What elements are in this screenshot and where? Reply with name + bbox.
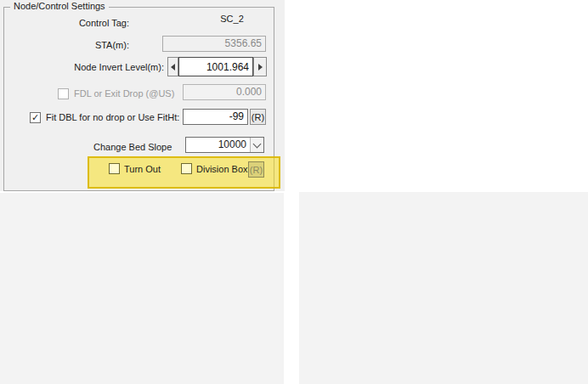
group-title: Node/Control Settings: [10, 1, 109, 11]
sta-field: 5356.65: [162, 36, 266, 52]
fdl-checkbox[interactable]: [58, 88, 69, 99]
control-tag-label: Control Tag:: [34, 18, 129, 28]
chevron-down-icon: [253, 139, 262, 148]
fitdbl-checkbox[interactable]: [30, 112, 41, 123]
arrow-right-icon: [258, 64, 263, 71]
fdl-label: FDL or Exit Drop (@US): [74, 88, 174, 99]
sta-label: STA(m):: [34, 40, 129, 50]
bed-slope-value: 10000: [186, 138, 250, 152]
division-r-button[interactable]: (R): [248, 161, 264, 178]
combo-dropdown-button[interactable]: [250, 138, 263, 152]
xsection-panel-right: View FUS/DS XSection Save X XSEC -4-3-2-…: [299, 192, 588, 384]
bed-slope-combo[interactable]: 10000: [185, 137, 264, 153]
bed-slope-label: Change Bed Slope: [93, 142, 172, 152]
division-checkbox[interactable]: [181, 163, 192, 174]
turnout-label: Turn Out: [124, 164, 161, 174]
node-control-settings-panel: Node/Control Settings Control Tag: SC_2 …: [0, 0, 285, 191]
invert-field[interactable]: 1001.964: [178, 57, 253, 76]
app-window: Node/Control Settings Control Tag: SC_2 …: [0, 0, 588, 384]
control-tag-value: SC_2: [206, 14, 257, 24]
turnout-checkbox[interactable]: [109, 163, 120, 174]
xsection-panel-left: View FUS/DS XSection Save X XSEC -2-1.5-…: [0, 193, 284, 384]
fitdbl-label: Fit DBL for no drop or Use FitHt:: [46, 112, 179, 122]
invert-spin-up-button[interactable]: [253, 57, 267, 76]
fdl-field: 0.000: [183, 84, 266, 100]
invert-spin-down-button[interactable]: [167, 57, 178, 76]
arrow-left-icon: [171, 64, 175, 71]
division-label: Division Box: [196, 164, 248, 174]
fitht-field[interactable]: -99: [183, 109, 248, 125]
fitht-r-button[interactable]: (R): [250, 109, 266, 125]
invert-label: Node Invert Level(m):: [54, 62, 164, 72]
